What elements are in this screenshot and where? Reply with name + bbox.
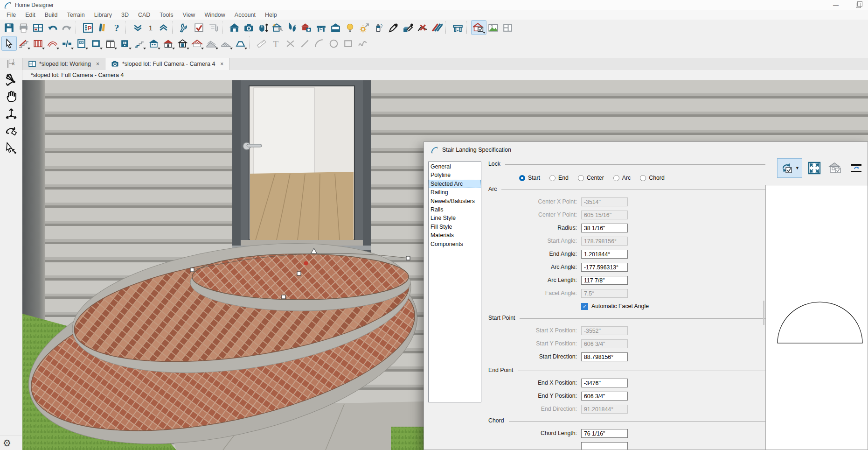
default-settings-icon[interactable] [192,21,206,35]
stairs2-icon[interactable] [132,36,146,50]
rebuild-3d-icon[interactable] [271,21,285,35]
circle-icon[interactable] [326,36,341,50]
chord-length-input[interactable]: 76 1/16" [581,429,628,438]
start-direction-input[interactable]: 88.798156° [581,352,628,361]
settings-wrench-icon[interactable] [177,21,192,35]
menu-terrain[interactable]: Terrain [62,10,90,20]
stairs-icon[interactable] [16,36,31,50]
outlet-icon[interactable] [118,36,132,50]
nav-general[interactable]: General [429,162,481,171]
workbench2-icon[interactable] [451,21,465,35]
minimize-button[interactable]: — [831,1,841,9]
floor-down-icon[interactable] [131,21,145,35]
splitter-handle[interactable] [763,301,764,325]
auto-facet-checkbox[interactable]: ✓ [581,303,588,310]
terrain-icon[interactable] [204,36,219,50]
radio-end[interactable]: End [549,175,569,181]
help-icon[interactable]: ? [110,21,124,35]
spline-icon[interactable] [355,36,370,50]
restore-button[interactable] [853,1,863,9]
box-icon[interactable] [341,36,355,50]
tab-working-plan[interactable]: *sloped lot: Working × [23,58,105,70]
mouse-orbit-icon[interactable] [256,21,271,35]
pan-hand-icon[interactable] [2,88,21,105]
menu-edit[interactable]: Edit [21,10,40,20]
eyedropper-icon[interactable] [386,21,401,35]
interior-view-icon[interactable] [328,21,343,35]
settings-gear-icon[interactable]: ⚙ [3,438,11,448]
radius-input[interactable]: 38 1/16" [581,224,628,232]
record-walkthrough-icon[interactable] [299,21,314,35]
hatch-material-icon[interactable] [430,21,444,35]
float-panel-icon[interactable] [7,61,8,67]
active-view-settings-icon[interactable] [472,21,486,35]
camera-icon[interactable] [242,21,256,35]
menu-account[interactable]: Account [230,10,260,20]
delete-objects-icon[interactable] [415,21,430,35]
nav-components[interactable]: Components [429,240,481,248]
end-angle-input[interactable]: 1.201844° [581,250,628,259]
core-tools-icon[interactable] [95,21,110,35]
nav-line-style[interactable]: Line Style [429,214,481,222]
adjust-lights-icon[interactable] [357,21,372,35]
dormer-icon[interactable] [175,36,190,50]
end-y-input[interactable]: 606 3/4" [581,392,628,401]
arc-preview-panel[interactable] [765,185,868,450]
arc-length-input[interactable]: 117 7/8" [581,276,628,285]
save-icon[interactable] [2,21,16,35]
nav-polyline[interactable]: Polyline [429,171,481,179]
next-input-partial[interactable] [581,442,628,450]
tab-close-icon[interactable]: × [220,61,223,67]
nav-newels-balusters[interactable]: Newels/Balusters [429,197,481,205]
spray-material-icon[interactable] [372,21,386,35]
radio-chord[interactable]: Chord [640,175,665,181]
camera-move-icon[interactable] [2,70,21,87]
print-icon[interactable] [16,21,31,35]
roof-icon[interactable] [161,36,175,50]
nav-railing[interactable]: Railing [429,188,481,197]
menu-file[interactable]: File [2,10,21,20]
orbit-camera-icon[interactable] [2,122,21,139]
nav-materials[interactable]: Materials [429,231,481,239]
menu-view[interactable]: View [178,10,200,20]
undo-icon[interactable] [45,21,60,35]
camera-view-icon[interactable] [227,21,242,35]
ruler-icon[interactable] [254,36,269,50]
curved-wall-icon[interactable] [45,36,60,50]
layout-panels-icon[interactable] [500,21,515,35]
cabinet-icon[interactable] [103,36,118,50]
move-camera-icon[interactable] [2,105,21,122]
menu-library[interactable]: Library [90,10,117,20]
tab-full-camera[interactable]: *sloped lot: Full Camera - Camera 4 × [105,58,229,70]
walkthrough-icon[interactable] [285,21,299,35]
workbench-icon[interactable] [314,21,328,35]
select-arrow-icon[interactable] [2,36,16,50]
nav-fill-style[interactable]: Fill Style [429,223,481,231]
plan-check-icon[interactable] [206,21,221,35]
arc-angle-input[interactable]: -177.596313° [581,263,628,272]
select-objects-icon[interactable] [2,140,21,156]
layout-page-icon[interactable] [31,21,45,35]
menu-help[interactable]: Help [260,10,282,20]
menu-window[interactable]: Window [200,10,229,20]
road-icon[interactable] [233,36,248,50]
color-toggle-icon[interactable] [848,159,865,177]
menu-build[interactable]: Build [40,10,62,20]
skylight-icon[interactable] [190,36,204,50]
nav-rails[interactable]: Rails [429,205,481,214]
railing-icon[interactable] [31,36,45,50]
picture-icon[interactable] [486,21,500,35]
auto-refresh-icon[interactable]: ▼ [778,159,802,177]
menu-cad[interactable]: CAD [133,10,155,20]
room-icon[interactable] [146,36,161,50]
end-x-input[interactable]: -3476" [581,379,628,387]
preview-building-icon[interactable] [827,159,844,177]
radio-center[interactable]: Center [578,175,604,181]
arc-icon[interactable] [312,36,326,50]
redo-icon[interactable] [60,21,74,35]
radio-arc[interactable]: Arc [613,175,631,181]
line-icon[interactable] [298,36,312,50]
floor-up-icon[interactable] [156,21,171,35]
text-icon[interactable]: T [269,36,283,50]
break-line-icon[interactable] [60,36,74,50]
